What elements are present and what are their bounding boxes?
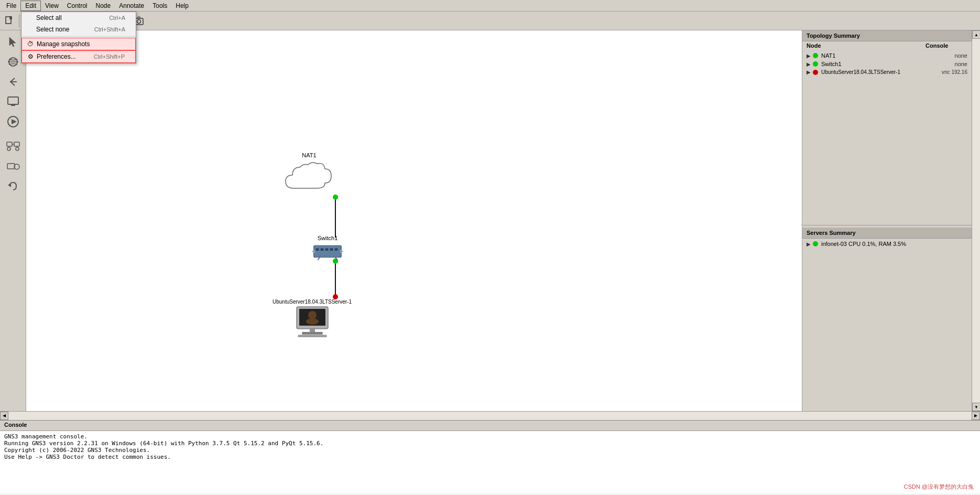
sidebar-end-devices[interactable]	[4, 157, 23, 176]
console-header: Console	[0, 421, 980, 431]
scroll-up-btn[interactable]: ▲	[972, 30, 980, 39]
col-node: Node	[807, 42, 925, 49]
menu-select-all[interactable]: Select all Ctrl+A	[21, 12, 136, 24]
right-panel: Topology Summary Node Console ▶ NAT1 non…	[802, 30, 972, 411]
main-area: NAT1 Switch1	[0, 30, 980, 411]
svg-rect-41	[314, 245, 342, 257]
scroll-right-btn[interactable]: ▶	[972, 412, 980, 420]
console-line-1: GNS3 management console.	[4, 433, 976, 440]
topology-row-ubuntu1[interactable]: ▶ UbuntuServer18.04.3LTSServer-1 vnc 192…	[802, 68, 972, 76]
sidebar-routers[interactable]	[4, 52, 23, 71]
console-area: Console GNS3 management console. Running…	[0, 419, 980, 495]
svg-marker-18	[9, 37, 16, 47]
node-nat1[interactable]: NAT1	[283, 152, 335, 193]
svg-rect-43	[321, 249, 324, 251]
sidebar-play[interactable]	[4, 112, 23, 131]
right-panel-container: Topology Summary Node Console ▶ NAT1 non…	[802, 30, 980, 411]
tree-arrow-nat1: ▶	[807, 53, 811, 59]
svg-marker-48	[340, 250, 343, 254]
right-scrollbar[interactable]: ▲ ▼	[972, 30, 980, 411]
sidebar-undo[interactable]	[4, 177, 23, 196]
svg-rect-44	[325, 249, 329, 251]
node-name-switch1: Switch1	[821, 61, 951, 67]
scroll-track[interactable]	[972, 39, 980, 403]
menu-view[interactable]: View	[41, 1, 63, 10]
toolbar-new-project[interactable]	[2, 14, 17, 28]
node-switch1[interactable]: Switch1	[312, 235, 343, 261]
canvas-area[interactable]: NAT1 Switch1	[26, 30, 802, 411]
panel-divider	[802, 225, 972, 225]
menu-tools[interactable]: Tools	[148, 1, 171, 10]
console-value-ubuntu1: vnc 192.16	[942, 69, 967, 75]
status-dot-switch1	[813, 61, 818, 67]
menu-manage-snapshots[interactable]: ⏱ Manage snapshots	[21, 38, 136, 50]
node-nat1-label: NAT1	[302, 152, 316, 158]
svg-rect-55	[310, 329, 315, 332]
topology-columns: Node Console	[802, 41, 972, 50]
status-dot-ubuntu1	[813, 70, 818, 75]
toolbar-sep-1	[19, 15, 19, 27]
canvas-connections	[26, 30, 802, 411]
menubar: File Edit View Control Node Annotate Too…	[0, 0, 980, 12]
watermark: CSDN @没有梦想的大白兔	[904, 483, 974, 491]
svg-rect-56	[302, 332, 323, 335]
svg-point-30	[7, 147, 10, 150]
node-ubuntu1-label: UbuntuServer18.04.3LTSServer-1	[273, 299, 352, 305]
topology-row-switch1[interactable]: ▶ Switch1 none	[802, 60, 972, 68]
cloud-shape-nat1	[283, 159, 335, 193]
menu-control[interactable]: Control	[63, 1, 92, 10]
tree-arrow-ubuntu1: ▶	[807, 69, 811, 75]
menu-node[interactable]: Node	[92, 1, 115, 10]
menu-edit[interactable]: Edit	[20, 1, 41, 11]
sidebar-back[interactable]	[4, 72, 23, 91]
preferences-icon: ⚙	[26, 53, 35, 60]
tree-arrow-switch1: ▶	[807, 61, 811, 67]
col-console: Console	[925, 42, 967, 49]
sidebar-monitor[interactable]	[4, 92, 23, 111]
svg-line-49	[318, 257, 320, 260]
console-line-2: Running GNS3 version 2.2.31 on Windows (…	[4, 440, 976, 447]
server-icon-ubuntu1	[294, 306, 331, 337]
undo-icon	[7, 181, 19, 192]
console-line-4: Use Help -> GNS3 Doctor to detect common…	[4, 454, 976, 460]
server-name-infonet03: infonet-03 CPU 0.1%, RAM 3.5%	[821, 241, 967, 247]
router-icon	[7, 56, 19, 68]
svg-rect-32	[7, 164, 15, 169]
svg-rect-28	[14, 142, 19, 146]
svg-marker-26	[12, 119, 17, 124]
menu-file[interactable]: File	[2, 1, 20, 10]
node-name-nat1: NAT1	[821, 52, 951, 59]
topology-summary-header: Topology Summary	[802, 30, 972, 41]
svg-marker-35	[8, 183, 11, 187]
sidebar-network-devices[interactable]	[4, 137, 23, 156]
sidebar-select-tool[interactable]	[4, 33, 23, 51]
cursor-icon	[7, 36, 19, 48]
server-row-infonet03[interactable]: ▶ infonet-03 CPU 0.1%, RAM 3.5%	[802, 240, 972, 248]
svg-rect-57	[298, 335, 326, 337]
back-arrow-icon	[7, 76, 19, 88]
svg-line-50	[335, 257, 337, 260]
end-devices-icon	[6, 162, 20, 172]
edit-dropdown-menu: Select all Ctrl+A Select none Ctrl+Shift…	[21, 12, 136, 63]
svg-point-53	[308, 311, 317, 319]
status-dot-infonet03	[813, 241, 818, 246]
toolbar	[0, 12, 980, 30]
servers-content: ▶ infonet-03 CPU 0.1%, RAM 3.5%	[802, 239, 972, 411]
status-dot-nat1	[813, 53, 818, 58]
scroll-down-btn[interactable]: ▼	[972, 403, 980, 411]
menu-preferences[interactable]: ⚙ Preferences... Ctrl+Shift+P	[21, 50, 136, 63]
svg-marker-47	[312, 250, 315, 254]
menu-annotate[interactable]: Annotate	[115, 1, 148, 10]
svg-rect-27	[7, 142, 12, 146]
svg-point-17	[137, 19, 141, 23]
menu-select-none[interactable]: Select none Ctrl+Shift+A	[21, 24, 136, 35]
node-ubuntu1[interactable]: UbuntuServer18.04.3LTSServer-1	[273, 299, 352, 337]
scroll-horiz-track[interactable]	[8, 412, 972, 420]
scroll-left-btn[interactable]: ◀	[0, 412, 8, 420]
menu-help[interactable]: Help	[171, 1, 193, 10]
network-devices-icon	[6, 142, 20, 152]
topology-row-nat1[interactable]: ▶ NAT1 none	[802, 51, 972, 60]
canvas-scrollbar-horizontal[interactable]: ◀ ▶	[0, 411, 980, 419]
node-name-ubuntu1: UbuntuServer18.04.3LTSServer-1	[821, 69, 938, 75]
svg-rect-42	[316, 249, 319, 251]
